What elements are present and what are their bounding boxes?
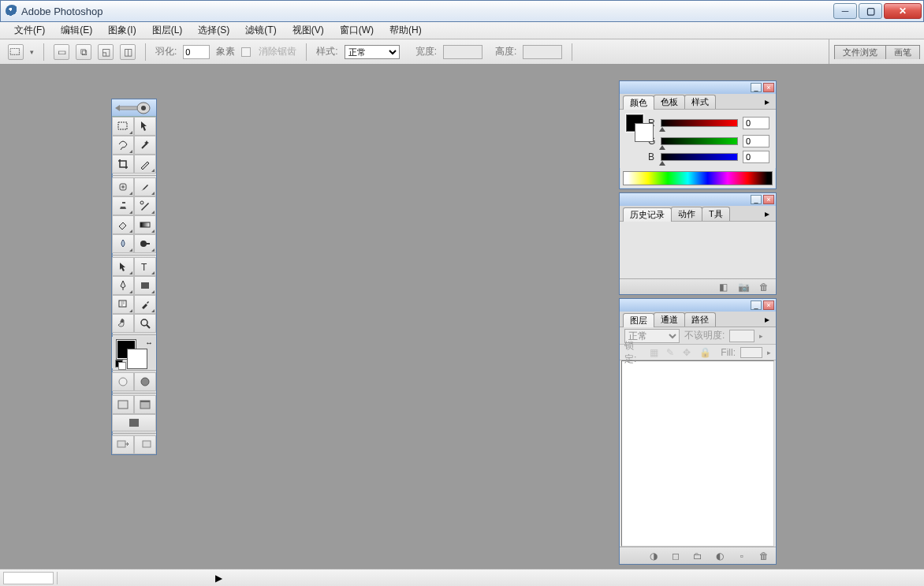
width-input[interactable]: [443, 45, 482, 59]
pen-tool[interactable]: [112, 276, 134, 295]
tab-swatches[interactable]: 色板: [654, 95, 685, 109]
default-colors-icon[interactable]: [115, 360, 125, 368]
new-selection-button[interactable]: ▭: [54, 44, 69, 60]
brush-tool[interactable]: [134, 177, 156, 196]
history-panel[interactable]: _ × 历史记录 动作 T具 ▸ ◧ 📷 🗑: [619, 192, 777, 295]
dock-tab-brushes[interactable]: 画笔: [885, 45, 920, 59]
layer-style-icon[interactable]: ◑: [646, 550, 661, 562]
opacity-arrow-icon[interactable]: ▸: [759, 332, 763, 340]
panel-close-button[interactable]: ×: [763, 300, 774, 310]
intersect-selection-button[interactable]: ◫: [120, 44, 136, 60]
channel-r-input[interactable]: [743, 117, 769, 129]
layers-panel[interactable]: _ × 图层 通道 路径 ▸ 正常 不该明度: ▸ 锁定: ▦ ✎ ✥ 🔒: [619, 298, 777, 565]
zoom-field[interactable]: [3, 572, 54, 584]
channel-r-slider[interactable]: [661, 119, 738, 127]
tab-channels[interactable]: 通道: [654, 312, 685, 327]
history-brush-tool[interactable]: [134, 196, 156, 215]
lock-transparency-icon[interactable]: ▦: [650, 347, 661, 358]
lock-all-icon[interactable]: 🔒: [699, 347, 711, 358]
status-menu-arrow-icon[interactable]: ▶: [215, 573, 222, 584]
tab-history[interactable]: 历史记录: [623, 207, 672, 222]
background-color-swatch[interactable]: [128, 349, 147, 368]
color-preview-swatch[interactable]: [626, 114, 643, 132]
channel-g-input[interactable]: [743, 135, 769, 147]
new-snapshot-icon[interactable]: 📷: [736, 282, 751, 293]
new-set-icon[interactable]: 🗀: [691, 550, 705, 562]
lasso-tool[interactable]: [112, 136, 134, 155]
eyedropper-tool[interactable]: [134, 295, 156, 314]
jump-other-button[interactable]: [134, 435, 156, 454]
color-spectrum[interactable]: [623, 171, 773, 185]
panel-menu-icon[interactable]: ▸: [762, 96, 773, 107]
tab-paths[interactable]: 路径: [684, 312, 716, 327]
lock-image-icon[interactable]: ✎: [666, 347, 678, 358]
lock-position-icon[interactable]: ✥: [683, 347, 695, 358]
menu-select[interactable]: 选择(S): [190, 22, 237, 39]
panel-menu-icon[interactable]: ▸: [762, 208, 773, 219]
close-button[interactable]: ✕: [884, 3, 922, 19]
clone-stamp-tool[interactable]: [112, 196, 134, 215]
feather-input[interactable]: [183, 45, 210, 59]
hand-tool[interactable]: [112, 314, 134, 333]
healing-brush-tool[interactable]: [112, 177, 134, 196]
fill-arrow-icon[interactable]: ▸: [767, 349, 771, 356]
delete-layer-icon[interactable]: 🗑: [757, 550, 771, 562]
panel-minimize-button[interactable]: _: [751, 83, 762, 92]
panel-minimize-button[interactable]: _: [751, 195, 762, 204]
tab-color[interactable]: 颜色: [623, 95, 654, 110]
move-tool[interactable]: [134, 117, 156, 136]
dock-tab-file-browser[interactable]: 文件浏览: [834, 45, 886, 59]
style-select[interactable]: 正常: [345, 45, 400, 59]
tab-layers[interactable]: 图层: [623, 313, 654, 327]
layers-list[interactable]: [621, 360, 774, 547]
tab-tools[interactable]: T具: [702, 207, 730, 221]
channel-b-slider[interactable]: [661, 153, 738, 161]
menu-window[interactable]: 窗口(W): [332, 22, 382, 39]
jump-imageready-button[interactable]: [112, 435, 134, 454]
new-layer-icon[interactable]: ▫: [735, 550, 749, 562]
eraser-tool[interactable]: [112, 215, 134, 234]
tool-preset-button[interactable]: [8, 44, 24, 60]
blur-tool[interactable]: [112, 234, 134, 253]
notes-tool[interactable]: [112, 295, 134, 314]
zoom-tool[interactable]: [134, 314, 156, 333]
channel-b-input[interactable]: [743, 151, 769, 163]
height-input[interactable]: [523, 45, 562, 59]
dodge-tool[interactable]: [134, 234, 156, 253]
add-selection-button[interactable]: ⧉: [76, 44, 91, 60]
menu-image[interactable]: 图象(I): [100, 22, 143, 39]
menu-file[interactable]: 文件(F): [6, 22, 53, 39]
panel-close-button[interactable]: ×: [763, 195, 774, 204]
magic-wand-tool[interactable]: [134, 136, 156, 155]
new-document-from-state-icon[interactable]: ◧: [716, 282, 730, 293]
subtract-selection-button[interactable]: ◱: [98, 44, 114, 60]
adjustment-layer-icon[interactable]: ◐: [713, 550, 727, 562]
tab-actions[interactable]: 动作: [671, 207, 702, 221]
menu-filter[interactable]: 滤镜(T): [237, 22, 284, 39]
channel-g-slider[interactable]: [661, 137, 738, 145]
slice-tool[interactable]: [134, 155, 156, 174]
gradient-tool[interactable]: [134, 215, 156, 234]
menu-edit[interactable]: 编辑(E): [53, 22, 100, 39]
standard-mode-button[interactable]: [112, 372, 134, 391]
tool-preset-arrow-icon[interactable]: ▾: [30, 48, 34, 56]
menu-help[interactable]: 帮助(H): [382, 22, 430, 39]
panel-close-button[interactable]: ×: [763, 83, 774, 92]
layer-mask-icon[interactable]: ◻: [669, 550, 683, 562]
tab-styles[interactable]: 样式: [684, 95, 716, 109]
antialias-checkbox[interactable]: [241, 47, 251, 57]
quickmask-mode-button[interactable]: [134, 372, 156, 391]
shape-tool[interactable]: [134, 276, 156, 295]
menu-layer[interactable]: 图层(L): [144, 22, 191, 39]
screen-full-menubar-button[interactable]: [134, 395, 156, 414]
screen-full-button[interactable]: [112, 414, 156, 431]
fill-input[interactable]: [740, 347, 762, 358]
opacity-input[interactable]: [729, 330, 754, 342]
panel-menu-icon[interactable]: ▸: [762, 314, 773, 325]
type-tool[interactable]: T: [134, 257, 156, 276]
menu-view[interactable]: 视图(V): [285, 22, 332, 39]
swap-colors-icon[interactable]: ↔: [145, 338, 153, 347]
minimize-button[interactable]: ─: [833, 3, 857, 19]
maximize-button[interactable]: ▢: [859, 3, 882, 19]
crop-tool[interactable]: [112, 155, 134, 174]
